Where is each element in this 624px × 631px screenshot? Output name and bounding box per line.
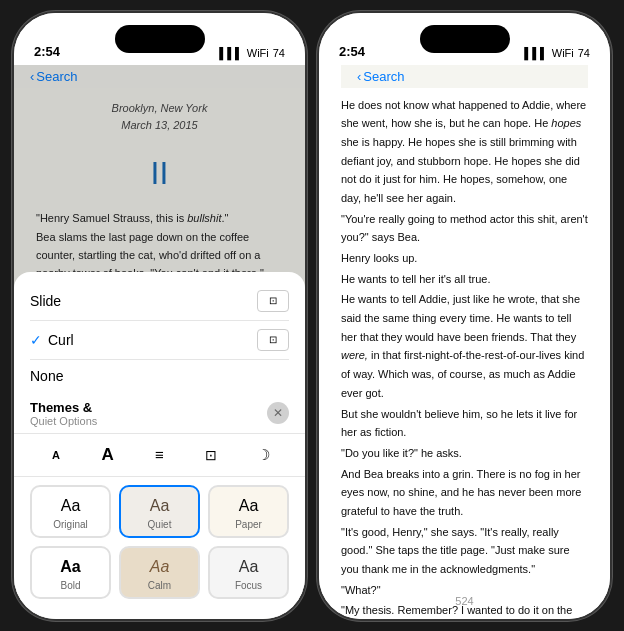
- themes-title-group: Themes & Quiet Options: [30, 400, 97, 427]
- slide-option-none[interactable]: None: [30, 360, 289, 392]
- curl-icon: ⊡: [257, 329, 289, 351]
- theme-bold-name: Bold: [60, 580, 80, 591]
- slide-options: Slide ⊡ ✓ Curl ⊡ None: [14, 272, 305, 392]
- header-line2: March 13, 2015: [36, 117, 283, 135]
- page-number: 524: [455, 595, 473, 607]
- status-icons-2: ▌▌▌ WiFi 74: [524, 47, 590, 59]
- nav-bar-1: ‹ Search: [14, 65, 305, 88]
- chevron-left-icon-2: ‹: [357, 69, 361, 84]
- curl-label: Curl: [48, 332, 257, 348]
- wifi-icon: WiFi: [247, 47, 269, 59]
- theme-quiet-label: Aa: [150, 497, 170, 515]
- theme-focus-label: Aa: [239, 558, 259, 576]
- slide-icon: ⊡: [257, 290, 289, 312]
- theme-focus-name: Focus: [235, 580, 262, 591]
- overlay-panel: Slide ⊡ ✓ Curl ⊡ None Themes &: [14, 272, 305, 619]
- back-button-2[interactable]: ‹ Search: [357, 69, 405, 84]
- chapter-number: II: [36, 147, 283, 200]
- theme-bold[interactable]: Aa Bold: [30, 546, 111, 599]
- theme-quiet[interactable]: Aa Quiet: [119, 485, 200, 538]
- bookmark-icon: ⊡: [205, 447, 217, 463]
- back-label-2: Search: [363, 69, 404, 84]
- phone1-content: ‹ Search Brooklyn, New York March 13, 20…: [14, 65, 305, 619]
- themes-header: Themes & Quiet Options ✕: [14, 392, 305, 427]
- battery-icon: 74: [273, 47, 285, 59]
- dynamic-island-1: [115, 25, 205, 53]
- time-1: 2:54: [34, 44, 60, 59]
- back-button-1[interactable]: ‹ Search: [30, 69, 78, 84]
- chevron-left-icon: ‹: [30, 69, 34, 84]
- slide-option-curl[interactable]: ✓ Curl ⊡: [30, 321, 289, 360]
- moon-button[interactable]: ☽: [246, 440, 280, 470]
- theme-original[interactable]: Aa Original: [30, 485, 111, 538]
- theme-calm[interactable]: Aa Calm: [119, 546, 200, 599]
- theme-original-name: Original: [53, 519, 87, 530]
- theme-calm-name: Calm: [148, 580, 171, 591]
- nav-bar-2: ‹ Search: [341, 65, 588, 88]
- theme-focus[interactable]: Aa Focus: [208, 546, 289, 599]
- theme-bold-label: Aa: [60, 558, 80, 576]
- book-header: Brooklyn, New York March 13, 2015: [36, 88, 283, 143]
- theme-original-label: Aa: [61, 497, 81, 515]
- wifi-icon-2: WiFi: [552, 47, 574, 59]
- header-line1: Brooklyn, New York: [36, 100, 283, 118]
- bookmark-button[interactable]: ⊡: [194, 440, 228, 470]
- phones-container: 2:54 ▌▌▌ WiFi 74 ‹ Search Brooklyn, New …: [12, 11, 612, 621]
- themes-title: Themes &: [30, 400, 97, 415]
- time-2: 2:54: [339, 44, 365, 59]
- theme-quiet-name: Quiet: [148, 519, 172, 530]
- font-small-button[interactable]: A: [39, 440, 73, 470]
- phone-1: 2:54 ▌▌▌ WiFi 74 ‹ Search Brooklyn, New …: [12, 11, 307, 621]
- none-label: None: [30, 368, 63, 384]
- font-large-button[interactable]: A: [91, 440, 125, 470]
- close-button[interactable]: ✕: [267, 402, 289, 424]
- theme-paper[interactable]: Aa Paper: [208, 485, 289, 538]
- battery-icon-2: 74: [578, 47, 590, 59]
- slide-label: Slide: [30, 293, 61, 309]
- themes-subtitle: Quiet Options: [30, 415, 97, 427]
- moon-icon: ☽: [257, 446, 270, 464]
- font-small-label: A: [52, 449, 60, 461]
- font-large-label: A: [102, 445, 114, 465]
- curl-check: ✓: [30, 332, 42, 348]
- slide-option-slide[interactable]: Slide ⊡: [30, 282, 289, 321]
- book-text-2: He does not know what happened to Addie,…: [341, 88, 588, 619]
- theme-calm-label: Aa: [150, 558, 170, 576]
- status-icons-1: ▌▌▌ WiFi 74: [219, 47, 285, 59]
- theme-paper-name: Paper: [235, 519, 262, 530]
- phone2-content: ‹ Search He does not know what happened …: [319, 65, 610, 619]
- themes-grid: Aa Original Aa Quiet Aa Paper Aa Bold: [14, 481, 305, 599]
- theme-paper-label: Aa: [239, 497, 259, 515]
- toolbar-row: A A ≡ ⊡ ☽: [14, 433, 305, 477]
- font-type-button[interactable]: ≡: [142, 440, 176, 470]
- signal-icon: ▌▌▌: [219, 47, 242, 59]
- font-type-icon: ≡: [155, 446, 164, 463]
- back-label-1: Search: [36, 69, 77, 84]
- dynamic-island-2: [420, 25, 510, 53]
- phone-2: 2:54 ▌▌▌ WiFi 74 ‹ Search He does not kn…: [317, 11, 612, 621]
- signal-icon-2: ▌▌▌: [524, 47, 547, 59]
